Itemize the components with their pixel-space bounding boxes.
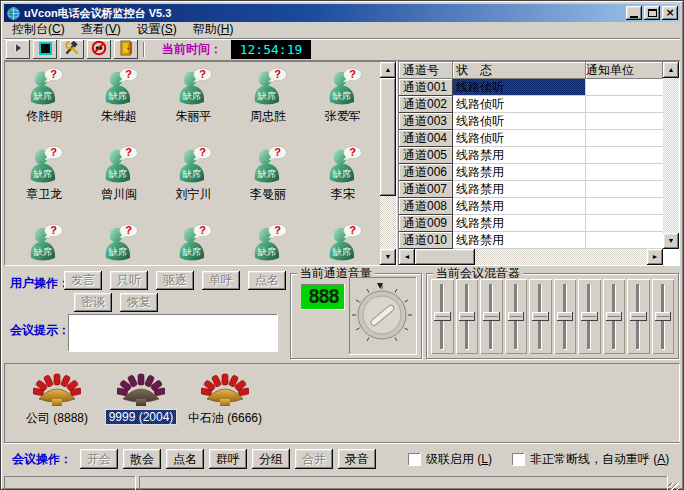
table-row[interactable]: 通道001线路侦听 xyxy=(399,79,663,96)
mixer-slider[interactable] xyxy=(603,279,626,354)
conference-item[interactable]: 中石油 (6666) xyxy=(185,372,265,427)
user-item[interactable]: ?缺席刘宁川 xyxy=(156,141,231,219)
scroll-down-icon[interactable]: ▼ xyxy=(380,249,396,265)
user-item[interactable]: ?缺席张爱军 xyxy=(305,63,380,141)
user-item[interactable]: ?缺席 xyxy=(231,219,306,262)
user-item[interactable]: ?缺席佟胜明 xyxy=(7,63,82,141)
channel-id[interactable]: 通道005 xyxy=(399,147,453,164)
channel-unit[interactable] xyxy=(586,198,663,215)
channel-unit[interactable] xyxy=(586,130,663,147)
channel-status[interactable]: 线路侦听 xyxy=(453,130,586,147)
mixer-slider[interactable] xyxy=(529,279,552,354)
slider-thumb[interactable] xyxy=(459,312,476,321)
maximize-button[interactable] xyxy=(644,6,660,20)
slider-thumb[interactable] xyxy=(630,312,647,321)
channel-unit[interactable] xyxy=(586,147,663,164)
user-item[interactable]: ?缺席 xyxy=(305,219,380,262)
channel-status[interactable]: 线路禁用 xyxy=(453,215,586,232)
close-button[interactable]: × xyxy=(662,6,678,20)
channel-id[interactable]: 通道006 xyxy=(399,164,453,181)
user-op-button[interactable]: 驱逐 xyxy=(156,271,194,290)
user-op-button[interactable]: 只听 xyxy=(110,271,148,290)
channels-hscrollbar[interactable]: ◄ ► xyxy=(399,249,663,265)
conference-op-button[interactable]: 点名 xyxy=(166,449,204,469)
conference-label[interactable]: 中石油 (6666) xyxy=(185,410,265,427)
table-row[interactable]: 通道009线路禁用 xyxy=(399,215,663,232)
user-item[interactable]: ?缺席 xyxy=(156,219,231,262)
user-op-button[interactable]: 密谈 xyxy=(74,293,112,312)
user-item[interactable]: ?缺席朱丽平 xyxy=(156,63,231,141)
channel-status[interactable]: 线路侦听 xyxy=(453,79,586,96)
channel-id[interactable]: 通道003 xyxy=(399,113,453,130)
col-header-channel[interactable]: 通道号 xyxy=(399,62,453,79)
conference-op-button[interactable]: 群呼 xyxy=(209,449,247,469)
resize-grip-icon[interactable] xyxy=(668,483,680,490)
channel-unit[interactable] xyxy=(586,181,663,198)
channel-status[interactable]: 线路禁用 xyxy=(453,164,586,181)
conference-prompt-input[interactable] xyxy=(68,314,278,352)
slider-thumb[interactable] xyxy=(581,312,598,321)
channel-status[interactable]: 线路侦听 xyxy=(453,113,586,130)
channel-unit[interactable] xyxy=(586,232,663,249)
table-row[interactable]: 通道004线路侦听 xyxy=(399,130,663,147)
channel-unit[interactable] xyxy=(586,79,663,96)
channel-id[interactable]: 通道002 xyxy=(399,96,453,113)
user-item[interactable]: ?缺席章卫龙 xyxy=(7,141,82,219)
user-item[interactable]: ?缺席 xyxy=(82,219,157,262)
user-op-button[interactable]: 点名 xyxy=(248,271,286,290)
users-scrollbar[interactable]: ▲ ▼ xyxy=(380,62,396,265)
channel-id[interactable]: 通道004 xyxy=(399,130,453,147)
mixer-slider[interactable] xyxy=(554,279,577,354)
conference-op-button[interactable]: 录音 xyxy=(338,449,376,469)
scroll-down-icon[interactable]: ▼ xyxy=(663,233,679,249)
user-item[interactable]: ?缺席曾川闽 xyxy=(82,141,157,219)
scroll-up-icon[interactable]: ▲ xyxy=(380,62,396,78)
table-row[interactable]: 通道010线路禁用 xyxy=(399,232,663,249)
mixer-slider[interactable] xyxy=(505,279,528,354)
mixer-slider[interactable] xyxy=(652,279,675,354)
table-row[interactable]: 通道008线路禁用 xyxy=(399,198,663,215)
user-item[interactable]: ?缺席李曼丽 xyxy=(231,141,306,219)
channel-unit[interactable] xyxy=(586,164,663,181)
menu-item-s[interactable]: 设置(S) xyxy=(129,20,185,40)
menu-item-v[interactable]: 查看(V) xyxy=(73,20,129,40)
slider-thumb[interactable] xyxy=(557,312,574,321)
channel-id[interactable]: 通道010 xyxy=(399,232,453,249)
exit-button[interactable] xyxy=(114,40,138,59)
mixer-slider[interactable] xyxy=(578,279,601,354)
conference-label[interactable]: 9999 (2004) xyxy=(106,410,177,424)
table-row[interactable]: 通道005线路禁用 xyxy=(399,147,663,164)
channel-status[interactable]: 线路禁用 xyxy=(453,198,586,215)
mixer-slider[interactable] xyxy=(627,279,650,354)
user-op-button[interactable]: 恢复 xyxy=(120,293,158,312)
menu-item-h[interactable]: 帮助(H) xyxy=(185,20,242,40)
slider-thumb[interactable] xyxy=(606,312,623,321)
channels-vscrollbar[interactable]: ▲ ▼ xyxy=(663,62,679,249)
conference-op-button[interactable]: 合并 xyxy=(295,449,333,469)
conference-op-button[interactable]: 分组 xyxy=(252,449,290,469)
conference-item[interactable]: 9999 (2004) xyxy=(101,372,181,424)
slider-thumb[interactable] xyxy=(532,312,549,321)
channel-status[interactable]: 线路禁用 xyxy=(453,232,586,249)
minimize-button[interactable] xyxy=(626,6,642,20)
channels-hscroll-thumb[interactable] xyxy=(415,249,475,265)
slider-thumb[interactable] xyxy=(508,312,525,321)
table-row[interactable]: 通道003线路侦听 xyxy=(399,113,663,130)
mixer-slider[interactable] xyxy=(431,279,454,354)
user-item[interactable]: ?缺席 xyxy=(7,219,82,262)
user-op-button[interactable]: 发言 xyxy=(64,271,102,290)
channel-status[interactable]: 线路侦听 xyxy=(453,96,586,113)
disable-line-button[interactable] xyxy=(87,40,111,59)
channel-unit[interactable] xyxy=(586,215,663,232)
cascade-checkbox[interactable] xyxy=(408,453,421,466)
channel-id[interactable]: 通道009 xyxy=(399,215,453,232)
scroll-right-icon[interactable]: ► xyxy=(647,249,663,265)
volume-knob[interactable] xyxy=(349,338,415,352)
scroll-up-icon[interactable]: ▲ xyxy=(663,62,679,78)
col-header-status[interactable]: 状 态 xyxy=(453,62,586,79)
channel-unit[interactable] xyxy=(586,96,663,113)
mixer-slider[interactable] xyxy=(456,279,479,354)
user-item[interactable]: ?缺席朱维超 xyxy=(82,63,157,141)
channel-id[interactable]: 通道008 xyxy=(399,198,453,215)
mixer-slider[interactable] xyxy=(480,279,503,354)
